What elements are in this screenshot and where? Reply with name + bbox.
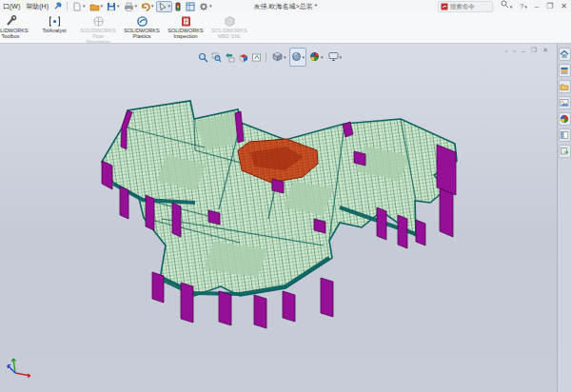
view-settings-icon bbox=[328, 49, 339, 66]
model-purple-face[interactable] bbox=[314, 219, 325, 233]
rebuild-button[interactable] bbox=[172, 1, 184, 12]
dropdown-caret-icon[interactable]: ▾ bbox=[83, 4, 86, 9]
select-button[interactable]: ▾ bbox=[156, 1, 173, 12]
pin-icon[interactable] bbox=[53, 2, 62, 10]
annotation-view-button[interactable] bbox=[249, 50, 263, 64]
model-purple-face[interactable] bbox=[440, 188, 453, 237]
search-input[interactable] bbox=[448, 3, 490, 10]
ribbon-button-label: SOLIDWORKS Flow Simulation bbox=[76, 28, 120, 44]
inspection-icon bbox=[164, 14, 207, 28]
file-properties-button[interactable] bbox=[184, 1, 197, 12]
ribbon-button-solidworks-plastics[interactable]: SOLIDWORKS Plastics bbox=[120, 14, 164, 44]
rebuild-icon bbox=[174, 2, 182, 11]
view-settings-button[interactable]: ▾ bbox=[326, 48, 345, 67]
undo-button[interactable]: ▾ bbox=[139, 1, 156, 12]
save-button[interactable]: ▾ bbox=[105, 1, 122, 12]
cad-model[interactable] bbox=[0, 44, 557, 392]
dropdown-caret-icon[interactable]: ▾ bbox=[135, 4, 138, 9]
file-properties-icon bbox=[186, 2, 195, 11]
doc-window-icon-a[interactable]: ▫ bbox=[502, 48, 510, 54]
toolbox-icon bbox=[0, 14, 32, 28]
dropdown-caret-icon[interactable]: ▾ bbox=[101, 4, 104, 9]
magnifier-icon[interactable]: ▾ bbox=[497, 0, 517, 12]
dropdown-caret-icon[interactable]: ▾ bbox=[303, 55, 305, 60]
design-library-tab[interactable] bbox=[559, 64, 571, 77]
print-icon bbox=[124, 2, 134, 11]
dropdown-caret-icon[interactable]: ▾ bbox=[284, 55, 286, 60]
zoom-to-area-icon bbox=[211, 52, 222, 63]
dropdown-caret-icon[interactable]: ▾ bbox=[117, 4, 120, 9]
view-palette-tab[interactable] bbox=[559, 96, 571, 109]
toolbar-separator bbox=[266, 52, 266, 62]
dropdown-caret-icon[interactable]: ▾ bbox=[168, 4, 171, 9]
restore-button[interactable]: ❐ bbox=[542, 0, 557, 12]
open-icon bbox=[89, 2, 100, 11]
appearances-scenes-tab[interactable] bbox=[559, 112, 571, 126]
doc-close-button[interactable]: ✕ bbox=[540, 47, 551, 54]
help-button[interactable]: ?▾ bbox=[516, 0, 530, 12]
zoom-to-area-button[interactable] bbox=[209, 50, 223, 64]
triad-x-axis bbox=[15, 373, 30, 378]
model-purple-face[interactable] bbox=[377, 207, 386, 240]
previous-view-icon bbox=[225, 52, 235, 63]
model-purple-face[interactable] bbox=[437, 145, 456, 195]
dropdown-caret-icon[interactable]: ▾ bbox=[321, 55, 324, 60]
ribbon-button-label: SOLIDWORKS Plastics bbox=[120, 28, 164, 39]
view-orientation-cube-button[interactable]: ▾ bbox=[270, 48, 288, 67]
model-purple-face[interactable] bbox=[219, 291, 231, 325]
zoom-to-fit-button[interactable] bbox=[196, 50, 209, 64]
section-view-button[interactable] bbox=[236, 50, 249, 64]
titlebar-right: ▾ ?▾ –❐✕ bbox=[438, 0, 571, 12]
quick-access-toolbar: ▾▾▾▾▾▾▾ bbox=[70, 1, 214, 12]
plastics-icon bbox=[120, 14, 164, 28]
close-button[interactable]: ✕ bbox=[557, 0, 571, 12]
model-purple-face[interactable] bbox=[120, 186, 128, 219]
search-box[interactable] bbox=[438, 1, 493, 12]
display-style-button[interactable]: ▾ bbox=[289, 48, 307, 67]
model-purple-face[interactable] bbox=[181, 283, 193, 323]
model-purple-face[interactable] bbox=[354, 151, 365, 166]
model-purple-face[interactable] bbox=[152, 272, 164, 303]
section-view-icon bbox=[238, 52, 248, 63]
ribbon-button-tolanalyst[interactable]: TolAnalyst bbox=[32, 14, 76, 44]
open-button[interactable]: ▾ bbox=[88, 1, 106, 12]
model-purple-face[interactable] bbox=[283, 291, 295, 322]
menu-window-partial[interactable]: 口(W) bbox=[0, 2, 23, 11]
model-purple-face[interactable] bbox=[398, 215, 407, 248]
graphics-area[interactable]: ▾▾▾▾ ▫▫–❐✕ bbox=[0, 44, 557, 392]
save-icon bbox=[107, 2, 116, 11]
model-purple-face[interactable] bbox=[321, 278, 333, 317]
dropdown-caret-icon[interactable]: ▾ bbox=[340, 55, 343, 60]
model-purple-face[interactable] bbox=[172, 203, 181, 237]
home-tab[interactable] bbox=[559, 48, 571, 61]
ribbon-button-solidworks-flow-simulation: SOLIDWORKS Flow Simulation bbox=[76, 14, 120, 44]
model-purple-face[interactable] bbox=[272, 179, 284, 193]
forum-tab[interactable] bbox=[559, 145, 571, 158]
file-explorer-tab[interactable] bbox=[559, 80, 571, 93]
previous-view-button[interactable] bbox=[223, 50, 236, 64]
edit-appearance-button[interactable]: ▾ bbox=[307, 48, 325, 67]
zoom-to-fit-icon bbox=[198, 52, 208, 63]
dropdown-caret-icon[interactable]: ▾ bbox=[151, 4, 154, 9]
minimize-button[interactable]: – bbox=[531, 0, 542, 12]
ribbon-button-solidworks-toolbox[interactable]: SOLIDWORKS Toolbox bbox=[0, 14, 32, 44]
options-gear-button[interactable]: ▾ bbox=[197, 1, 214, 12]
model-purple-face[interactable] bbox=[102, 161, 112, 189]
dropdown-caret-icon[interactable]: ▾ bbox=[209, 4, 212, 9]
new-document-button[interactable]: ▾ bbox=[70, 1, 88, 12]
custom-properties-tab[interactable] bbox=[559, 128, 571, 142]
model-purple-face[interactable] bbox=[146, 195, 154, 230]
doc-minimize-button[interactable]: – bbox=[519, 48, 528, 54]
model-purple-face[interactable] bbox=[254, 295, 266, 328]
ribbon-button-solidworks-inspection[interactable]: SOLIDWORKS Inspection bbox=[164, 14, 207, 44]
model-purple-face[interactable] bbox=[208, 210, 220, 225]
doc-window-icon-b[interactable]: ▫ bbox=[510, 48, 518, 54]
menu-help[interactable]: 帮助(H) bbox=[23, 2, 51, 11]
model-purple-face[interactable] bbox=[416, 220, 425, 245]
print-button[interactable]: ▾ bbox=[122, 1, 140, 12]
doc-restore-button[interactable]: ❐ bbox=[528, 47, 540, 54]
command-manager-ribbon: SOLIDWORKS ToolboxTolAnalystSOLIDWORKS F… bbox=[0, 12, 571, 44]
model-panel-face[interactable] bbox=[102, 101, 457, 296]
ribbon-button-label: SOLIDWORKS Toolbox bbox=[0, 28, 32, 39]
window-controls: –❐✕ bbox=[531, 0, 571, 12]
